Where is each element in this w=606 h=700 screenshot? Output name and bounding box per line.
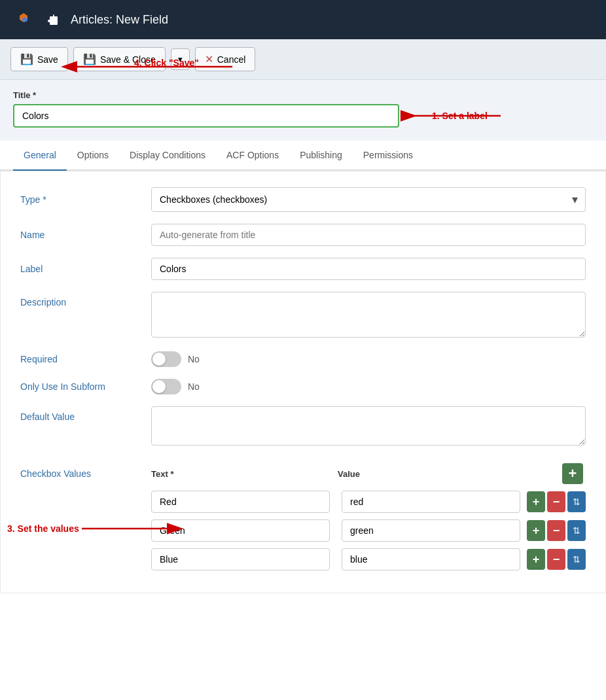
required-label: Required [20, 354, 138, 364]
tab-acf-options[interactable]: ACF Options [216, 141, 289, 171]
default-label: Default Value [20, 406, 138, 422]
row-1-text-input[interactable] [151, 491, 330, 513]
cancel-icon: ✕ [205, 53, 213, 65]
dropdown-button[interactable]: ▾ [171, 48, 190, 70]
col-value-header: Value [338, 469, 518, 479]
checkbox-values-section: Checkbox Values Text * Value + + − [20, 463, 586, 577]
type-label: Type * [20, 194, 138, 205]
label-label: Label [20, 264, 138, 274]
row-2-reorder-button[interactable]: ⇅ [567, 520, 586, 541]
page-title: Articles: New Field [71, 13, 168, 27]
description-label: Description [20, 292, 138, 307]
puzzle-icon [42, 9, 63, 30]
row-3-add-button[interactable]: + [527, 549, 545, 570]
cancel-button[interactable]: ✕ Cancel [195, 47, 256, 71]
required-toggle[interactable] [151, 351, 181, 367]
type-select[interactable]: Checkboxes (checkboxes) [151, 187, 586, 212]
annotation-3-group: 3. Set the values [7, 519, 173, 538]
title-section: Title * Colors 1. Set a label [0, 80, 606, 141]
annotation-3: 3. Set the values [7, 523, 79, 534]
subform-toggle[interactable] [151, 379, 181, 394]
row-1-remove-button[interactable]: − [547, 491, 565, 512]
save-button[interactable]: 💾 Save [10, 47, 68, 71]
checkbox-values-label: Checkbox Values [20, 463, 138, 479]
col-text-header: Text * [151, 469, 331, 479]
row-3-text-input[interactable] [151, 548, 330, 570]
row-1-value-input[interactable] [342, 491, 520, 513]
tab-general[interactable]: General [13, 141, 67, 171]
tab-display-conditions[interactable]: Display Conditions [119, 141, 216, 171]
page-header: Articles: New Field [0, 0, 606, 39]
save-close-button[interactable]: 💾 Save & Close [73, 47, 166, 71]
form-section: Type * Checkboxes (checkboxes) ▾ [0, 171, 606, 593]
name-label: Name [20, 230, 138, 240]
subform-toggle-label: No [188, 381, 200, 392]
row-3-value-input[interactable] [342, 548, 520, 570]
subform-label: Only Use In Subform [20, 381, 138, 392]
save-button-label: Save [37, 54, 58, 65]
joomla-logo-icon [13, 9, 34, 30]
tabs: General Options Display Conditions ACF O… [0, 141, 606, 171]
required-toggle-label: No [188, 354, 200, 364]
annotation-1: 1. Set a label [432, 111, 488, 121]
toolbar: 💾 Save 💾 Save & Close ▾ ✕ Cancel 4. Clic… [0, 39, 606, 80]
default-textarea[interactable] [151, 406, 586, 446]
row-1-add-button[interactable]: + [527, 491, 545, 512]
add-row-button[interactable]: + [562, 463, 583, 484]
type-field: Checkboxes (checkboxes) ▾ 2. Select "Che… [151, 187, 586, 212]
name-input[interactable] [151, 224, 586, 246]
label-input[interactable]: Colors [151, 258, 586, 280]
annotation-2-group: 2. Select "Checkboxes" [604, 193, 606, 206]
save-close-label: Save & Close [100, 54, 156, 65]
row-1-reorder-button[interactable]: ⇅ [567, 491, 586, 512]
table-row: 3. Set the values + [151, 519, 586, 542]
row-2-add-button[interactable]: + [527, 520, 545, 541]
tab-publishing[interactable]: Publishing [289, 141, 353, 171]
save-close-icon: 💾 [83, 53, 96, 65]
table-row: + − ⇅ [151, 548, 586, 570]
tab-permissions[interactable]: Permissions [353, 141, 423, 171]
save-icon: 💾 [20, 53, 33, 65]
row-3-remove-button[interactable]: − [547, 549, 565, 570]
description-textarea[interactable] [151, 292, 586, 338]
tab-options[interactable]: Options [67, 141, 119, 171]
row-2-value-input[interactable] [342, 519, 520, 542]
title-field-label: Title * [13, 90, 593, 100]
row-2-text-input[interactable] [151, 519, 330, 542]
row-2-remove-button[interactable]: − [547, 520, 565, 541]
annotation-2-arrow [604, 193, 606, 206]
table-row: + − ⇅ [151, 491, 586, 513]
title-input[interactable]: Colors [13, 104, 399, 128]
row-3-reorder-button[interactable]: ⇅ [567, 549, 586, 570]
cancel-label: Cancel [217, 54, 246, 65]
